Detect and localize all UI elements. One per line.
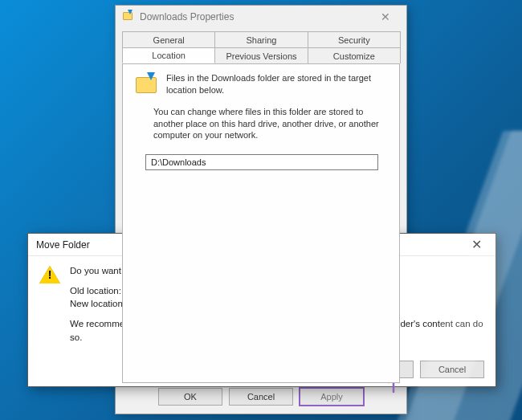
tab-location[interactable]: Location [122,47,215,63]
location-description-1: Files in the Downloads folder are stored… [166,72,388,96]
downloads-folder-icon [122,10,135,23]
warning-icon [39,266,60,285]
properties-titlebar[interactable]: Downloads Properties ✕ [116,6,406,28]
tab-security[interactable]: Security [308,31,401,47]
ok-button[interactable]: OK [158,388,222,406]
properties-window: Downloads Properties ✕ General Sharing S… [115,5,407,414]
tab-previous-versions[interactable]: Previous Versions [214,47,308,63]
tab-customize[interactable]: Customize [308,47,401,63]
tab-sharing[interactable]: Sharing [214,31,308,47]
cancel-button[interactable]: Cancel [229,388,293,406]
tab-pane-location: Files in the Downloads folder are stored… [122,63,400,383]
close-icon[interactable]: ✕ [369,9,402,25]
dialog-cancel-button[interactable]: Cancel [420,361,484,378]
tab-area: General Sharing Security Location Previo… [122,31,400,383]
dialog-title: Move Folder [36,239,90,251]
tab-general[interactable]: General [122,31,215,47]
location-description-2: You can change where files in this folde… [153,106,388,142]
location-path-input[interactable] [145,154,378,170]
properties-title: Downloads Properties [140,11,234,22]
dialog-close-icon[interactable]: ✕ [463,237,489,252]
properties-button-row: OK Cancel Apply [116,388,406,406]
apply-button[interactable]: Apply [300,388,364,406]
downloads-folder-large-icon [134,72,160,95]
